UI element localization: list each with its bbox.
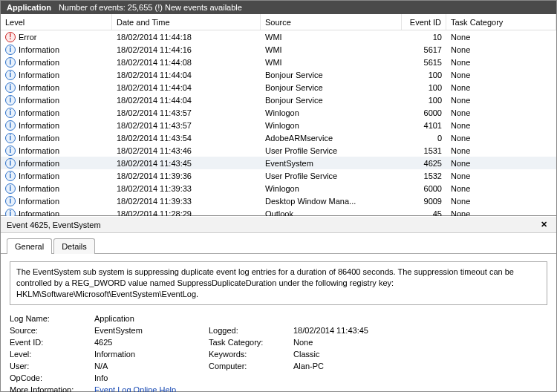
tab-general[interactable]: General xyxy=(7,238,52,254)
cell-level: Information xyxy=(19,146,59,155)
table-row[interactable]: iInformation18/02/2014 11:43:57Winlogon6… xyxy=(1,106,556,119)
cell-task: None xyxy=(446,158,556,169)
cell-task: None xyxy=(446,209,556,217)
info-icon: i xyxy=(5,196,16,206)
info-icon: i xyxy=(5,95,16,105)
table-row[interactable]: iInformation18/02/2014 11:43:57Winlogon4… xyxy=(1,119,556,131)
titlebar-status: Number of events: 25,655 (!) New events … xyxy=(59,3,242,12)
table-row[interactable]: iInformation18/02/2014 11:44:04Bonjour S… xyxy=(1,94,556,106)
cell-task: None xyxy=(446,70,556,80)
titlebar: Application Number of events: 25,655 (!)… xyxy=(1,1,556,14)
cell-source: AdobeARMservice xyxy=(261,133,402,143)
info-icon: i xyxy=(5,70,16,80)
cell-eventid: 10 xyxy=(402,32,446,42)
cell-eventid: 100 xyxy=(402,82,446,93)
col-task[interactable]: Task Category xyxy=(446,14,556,30)
cell-date: 18/02/2014 11:44:04 xyxy=(112,70,261,80)
col-date[interactable]: Date and Time xyxy=(112,14,261,30)
table-row[interactable]: iInformation18/02/2014 11:44:08WMI5615No… xyxy=(1,56,556,68)
cell-level: Error xyxy=(19,33,36,42)
col-source[interactable]: Source xyxy=(261,14,402,30)
table-row[interactable]: iInformation18/02/2014 11:43:46User Prof… xyxy=(1,144,556,157)
cell-source: Winlogon xyxy=(261,183,402,194)
val-level: Information xyxy=(94,350,206,359)
cell-eventid: 4101 xyxy=(402,120,446,131)
info-icon: i xyxy=(5,45,16,55)
table-row[interactable]: !Error18/02/2014 11:44:18WMI10None xyxy=(1,30,556,43)
table-row[interactable]: iInformation18/02/2014 11:39:33Winlogon6… xyxy=(1,182,556,195)
val-computer: Alan-PC xyxy=(293,362,547,370)
cell-date: 18/02/2014 11:43:45 xyxy=(112,158,261,169)
col-level[interactable]: Level xyxy=(1,14,112,30)
cell-level: Information xyxy=(19,58,59,67)
lbl-opcode: OpCode: xyxy=(10,373,91,382)
cell-source: User Profile Service xyxy=(261,146,402,156)
link-online-help[interactable]: Event Log Online Help xyxy=(94,385,176,392)
cell-level: Information xyxy=(19,134,59,143)
cell-level: Information xyxy=(19,121,59,130)
cell-source: User Profile Service xyxy=(261,171,402,181)
table-row[interactable]: iInformation18/02/2014 11:44:16WMI5617No… xyxy=(1,43,556,56)
cell-task: None xyxy=(446,57,556,68)
cell-task: None xyxy=(446,146,556,156)
lbl-moreinfo: More Information: xyxy=(10,385,91,392)
cell-task: None xyxy=(446,183,556,194)
cell-source: Bonjour Service xyxy=(261,70,402,80)
cell-task: None xyxy=(446,196,556,206)
table-row[interactable]: iInformation18/02/2014 11:28:29Outlook45… xyxy=(1,207,556,216)
cell-source: WMI xyxy=(261,57,402,68)
table-row[interactable]: iInformation18/02/2014 11:39:36User Prof… xyxy=(1,169,556,182)
cell-date: 18/02/2014 11:39:33 xyxy=(112,196,261,206)
cell-level: Information xyxy=(19,172,59,180)
cell-source: EventSystem xyxy=(261,158,402,169)
lbl-computer: Computer: xyxy=(209,362,290,370)
info-icon: i xyxy=(5,133,16,143)
table-row[interactable]: iInformation18/02/2014 11:39:33Desktop W… xyxy=(1,195,556,207)
info-icon: i xyxy=(5,82,16,93)
column-headers: Level Date and Time Source Event ID Task… xyxy=(1,14,556,30)
table-row[interactable]: iInformation18/02/2014 11:43:54AdobeARMs… xyxy=(1,131,556,144)
cell-date: 18/02/2014 11:43:54 xyxy=(112,133,261,143)
lbl-taskcat: Task Category: xyxy=(209,338,290,347)
table-row[interactable]: iInformation18/02/2014 11:44:04Bonjour S… xyxy=(1,68,556,81)
cell-eventid: 1531 xyxy=(402,146,446,156)
cell-date: 18/02/2014 11:43:57 xyxy=(112,108,261,118)
cell-source: Winlogon xyxy=(261,120,402,131)
cell-eventid: 6000 xyxy=(402,183,446,194)
cell-level: Information xyxy=(19,184,59,193)
cell-source: Bonjour Service xyxy=(261,82,402,93)
cell-level: Information xyxy=(19,197,59,206)
cell-date: 18/02/2014 11:44:04 xyxy=(112,95,261,105)
cell-eventid: 4625 xyxy=(402,158,446,169)
cell-task: None xyxy=(446,171,556,181)
val-logged: 18/02/2014 11:43:45 xyxy=(293,326,547,335)
cell-date: 18/02/2014 11:44:18 xyxy=(112,32,261,42)
info-icon: i xyxy=(5,57,16,68)
cell-date: 18/02/2014 11:43:46 xyxy=(112,146,261,156)
cell-eventid: 0 xyxy=(402,133,446,143)
cell-level: Information xyxy=(19,83,59,92)
info-icon: i xyxy=(5,183,16,194)
col-eventid[interactable]: Event ID xyxy=(402,14,446,30)
info-icon: i xyxy=(5,158,16,169)
cell-eventid: 100 xyxy=(402,70,446,80)
info-icon: i xyxy=(5,120,16,131)
info-icon: i xyxy=(5,209,16,217)
app-title: Application xyxy=(7,3,51,12)
cell-level: Information xyxy=(19,108,59,117)
table-row[interactable]: iInformation18/02/2014 11:43:45EventSyst… xyxy=(1,157,556,169)
event-description: The EventSystem sub system is suppressin… xyxy=(10,261,547,305)
cell-task: None xyxy=(446,120,556,131)
cell-eventid: 6000 xyxy=(402,108,446,118)
lbl-logged: Logged: xyxy=(209,326,290,335)
event-list-body[interactable]: !Error18/02/2014 11:44:18WMI10NoneiInfor… xyxy=(1,30,556,216)
cell-date: 18/02/2014 11:44:16 xyxy=(112,45,261,55)
close-icon[interactable]: ✕ xyxy=(538,220,550,229)
cell-source: Bonjour Service xyxy=(261,95,402,105)
tab-details[interactable]: Details xyxy=(53,238,95,254)
info-icon: i xyxy=(5,146,16,156)
val-eventid: 4625 xyxy=(94,338,206,347)
detail-title: Event 4625, EventSystem xyxy=(7,220,101,229)
cell-eventid: 5617 xyxy=(402,45,446,55)
table-row[interactable]: iInformation18/02/2014 11:44:04Bonjour S… xyxy=(1,81,556,94)
